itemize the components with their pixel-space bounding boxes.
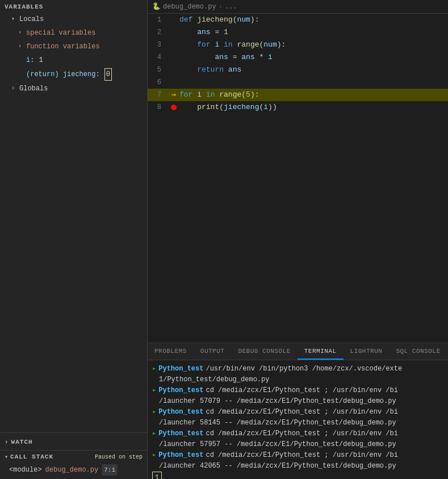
function-variables-label: function variables: [26, 41, 100, 52]
term-text-5: cd /media/zcx/E1/Python_test ; /usr/bin/…: [206, 450, 397, 460]
output-value-1: 1: [155, 474, 159, 479]
function-vars-chevron: ›: [18, 41, 24, 52]
breadcrumb-dots: ...: [225, 3, 237, 11]
return-variable-item: (return) jiecheng: 0: [0, 67, 147, 82]
term-keyword-5: Python_test: [158, 450, 203, 460]
tab-terminal[interactable]: TERMINAL: [298, 343, 344, 360]
terminal-line-1: ▸ Python_test /usr/bin/env /bin/python3 …: [152, 364, 443, 374]
line-num-4: 4: [148, 51, 168, 64]
function-variables-item[interactable]: › function variables: [0, 40, 147, 53]
paused-badge: Paused on step: [95, 454, 143, 460]
code-text-4: ans = ans * i: [179, 51, 448, 64]
globals-chevron: ›: [11, 83, 17, 94]
terminal-line-3: ▸ Python_test cd /media/zcx/E1/Python_te…: [152, 407, 443, 417]
main-area: VARIABLES ▾ Locals › special variables ›…: [0, 0, 448, 479]
code-line-8: 8 print(jiecheng(i)): [148, 101, 448, 114]
code-line-2: 2 ans = 1: [148, 26, 448, 39]
sidebar: VARIABLES ▾ Locals › special variables ›…: [0, 0, 148, 479]
term-text-4b: /launcher 57957 -- /media/zcx/E1/Python_…: [152, 439, 396, 449]
terminal-line-2b: /launcher 57079 -- /media/zcx/E1/Python_…: [152, 396, 443, 406]
tab-lightrun[interactable]: LIGHTRUN: [344, 343, 390, 360]
special-variables-label: special variables: [26, 27, 95, 39]
return-label: (return) jiecheng:: [26, 69, 100, 80]
term-arrow-2: ▸: [152, 385, 156, 395]
globals-item[interactable]: › Globals: [0, 82, 147, 95]
terminal-line-1b: 1/Python_test/debug_demo.py: [152, 374, 443, 385]
term-output-1: 1 0: [152, 472, 162, 479]
code-text-3: for i in range(num):: [179, 39, 448, 51]
line-num-3: 3: [148, 39, 168, 51]
terminal-line-5b: /launcher 42065 -- /media/zcx/E1/Python_…: [152, 461, 443, 471]
locals-label: Locals: [19, 14, 44, 25]
line-num-5: 5: [148, 64, 168, 76]
line-num-1: 1: [148, 14, 168, 26]
term-text-3: cd /media/zcx/E1/Python_test ; /usr/bin/…: [206, 407, 397, 417]
term-arrow-1: ▸: [152, 364, 156, 374]
terminal-line-2: ▸ Python_test cd /media/zcx/E1/Python_te…: [152, 385, 443, 395]
term-text-3b: /launcher 58145 -- /media/zcx/E1/Python_…: [152, 418, 396, 428]
breadcrumb: 🐍 debug_demo.py › ...: [148, 0, 448, 14]
bottom-panel: PROBLEMS OUTPUT DEBUG CONSOLE TERMINAL L…: [148, 343, 448, 479]
code-line-6: 6: [148, 76, 448, 89]
term-text-1: /usr/bin/env /bin/python3 /home/zcx/.vsc…: [206, 364, 402, 374]
term-keyword-2: Python_test: [158, 385, 203, 395]
locals-group[interactable]: ▾ Locals: [0, 13, 147, 26]
callstack-chevron: ▾: [5, 453, 8, 460]
i-variable-item: i: 1: [0, 53, 147, 67]
callstack-file: debug_demo.py: [45, 464, 99, 476]
term-text-2b: /launcher 57079 -- /media/zcx/E1/Python_…: [152, 396, 396, 406]
special-variables-item[interactable]: › special variables: [0, 26, 147, 40]
editor-area: 🐍 debug_demo.py › ... 1 def jiecheng(num…: [148, 0, 448, 479]
code-text-1: def jiecheng(num):: [179, 14, 448, 26]
term-text-1b: 1/Python_test/debug_demo.py: [152, 374, 269, 385]
gutter-7: ⇒: [168, 89, 179, 101]
terminal-body[interactable]: ▸ Python_test /usr/bin/env /bin/python3 …: [148, 360, 448, 479]
watch-chevron: ›: [5, 439, 9, 445]
watch-header: › WATCH: [0, 435, 147, 448]
terminal-line-3b: /launcher 58145 -- /media/zcx/E1/Python_…: [152, 418, 443, 428]
callstack-title: CALL STACK: [10, 453, 53, 460]
tab-sql-console[interactable]: SQL CONSOLE: [389, 343, 447, 360]
line-num-7: 7: [148, 89, 168, 101]
breadcrumb-sep: ›: [219, 3, 223, 11]
term-arrow-3: ▸: [152, 407, 156, 417]
terminal-line-4: ▸ Python_test cd /media/zcx/E1/Python_te…: [152, 428, 443, 439]
code-text-7: for i in range(5):: [179, 89, 448, 101]
callstack-section: ▾ CALL STACK Paused on step <module> deb…: [0, 450, 147, 479]
breakpoint-icon: [171, 105, 177, 110]
special-vars-chevron: ›: [18, 27, 24, 39]
callstack-item[interactable]: <module> debug_demo.py 7:1: [0, 463, 147, 477]
i-label: i:: [26, 55, 34, 66]
watch-section: › WATCH: [0, 432, 147, 450]
term-keyword-4: Python_test: [158, 428, 203, 439]
terminal-output-line: 1 0: [152, 472, 443, 479]
code-line-7: 7 ⇒ for i in range(5):: [148, 89, 448, 101]
tab-debug-console[interactable]: DEBUG CONSOLE: [231, 343, 297, 360]
globals-label: Globals: [19, 83, 48, 94]
breadcrumb-file: debug_demo.py: [163, 3, 216, 11]
term-arrow-4: ▸: [152, 428, 156, 439]
line-num-6: 6: [148, 76, 168, 89]
term-keyword-3: Python_test: [158, 407, 203, 417]
line-num-2: 2: [148, 26, 168, 39]
code-line-3: 3 for i in range(num):: [148, 39, 448, 51]
term-text-5b: /launcher 42065 -- /media/zcx/E1/Python_…: [152, 461, 396, 471]
variables-section: VARIABLES ▾ Locals › special variables ›…: [0, 0, 147, 432]
callstack-module: <module>: [9, 464, 42, 476]
tab-output[interactable]: OUTPUT: [194, 343, 232, 360]
tab-problems[interactable]: PROBLEMS: [148, 343, 194, 360]
locals-chevron: ▾: [11, 14, 17, 25]
term-arrow-5: ▸: [152, 450, 156, 460]
code-text-8: print(jiecheng(i)): [179, 101, 448, 114]
term-text-4: cd /media/zcx/E1/Python_test ; /usr/bin/…: [206, 428, 397, 439]
return-value: 0: [104, 68, 112, 81]
term-text-2: cd /media/zcx/E1/Python_test ; /usr/bin/…: [206, 385, 397, 395]
panel-tabs: PROBLEMS OUTPUT DEBUG CONSOLE TERMINAL L…: [148, 343, 448, 360]
gutter-8: [168, 105, 179, 110]
code-line-1: 1 def jiecheng(num):: [148, 14, 448, 26]
variables-header: VARIABLES: [0, 0, 147, 13]
callstack-header: ▾ CALL STACK Paused on step: [0, 451, 147, 463]
terminal-line-5: ▸ Python_test cd /media/zcx/E1/Python_te…: [152, 450, 443, 460]
code-editor[interactable]: 1 def jiecheng(num): 2 ans = 1 3 for i i…: [148, 14, 448, 343]
debug-arrow-icon: ⇒: [171, 89, 176, 101]
